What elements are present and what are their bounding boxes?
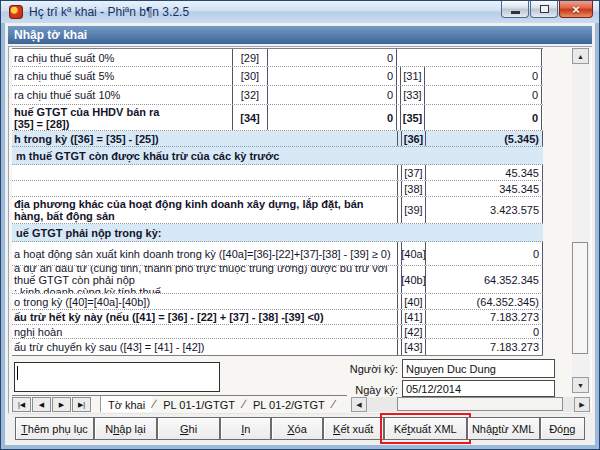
tab-pl-01-2-gtgt[interactable]: PL 01-2/GTGT	[246, 396, 332, 412]
row-value[interactable]: 0	[268, 86, 397, 104]
import-xml-button[interactable]: Nhập từ XML	[467, 417, 540, 440]
row-code	[400, 49, 425, 66]
table-row: ấu trừ hết kỳ này (nếu ([41] = [36] - [2…	[12, 310, 543, 325]
print-button[interactable]: In	[220, 417, 271, 440]
window-title: Hç trî kª khai - Phiªn b¶n 3.2.5	[29, 5, 189, 19]
row-label: o trong kỳ ([40]=[40a]-[40b])	[12, 294, 398, 309]
row-value[interactable]: 7.183.273	[426, 339, 543, 355]
maximize-button[interactable]	[530, 1, 558, 18]
scroll-right-button[interactable]: ▶	[574, 397, 590, 412]
row-code: [32]	[232, 86, 268, 104]
row-value[interactable]	[425, 49, 542, 66]
row-value[interactable]: 0	[426, 242, 543, 265]
row-code: [30]	[232, 67, 268, 85]
row-code: [39]	[401, 197, 426, 223]
row-label	[12, 165, 398, 180]
row-code: [40a]	[401, 242, 426, 265]
row-code: [40b]	[401, 266, 426, 293]
scroll-down-button[interactable]: ▼	[572, 377, 589, 393]
app-icon	[9, 5, 23, 19]
row-label: ấu trừ chuyển kỳ sau ([43] = [41] - [42]…	[12, 339, 398, 355]
save-button[interactable]: Ghi	[157, 417, 220, 440]
row-value[interactable]: 0	[268, 67, 397, 85]
table-row: [38]345.345	[12, 181, 543, 197]
row-code: [36]	[401, 131, 426, 146]
row-label: ra chịu thuế suất 10%	[12, 86, 232, 104]
row-code: [38]	[401, 181, 426, 196]
table-row: nghị hoàn[42]0	[12, 325, 543, 339]
row-value[interactable]: 0	[425, 105, 542, 130]
row-value[interactable]: 0	[426, 325, 543, 338]
tab-first-button[interactable]: |◀	[12, 397, 31, 412]
export-xml-button[interactable]: Kết xuất XML	[384, 417, 467, 440]
table-row: a hoạt động sản xuất kinh doanh trong kỳ…	[12, 242, 543, 266]
horizontal-scroll-track[interactable]	[367, 397, 574, 412]
table-row: [37]45.345	[12, 165, 543, 181]
row-code: [34]	[232, 105, 268, 130]
tab-prev-button[interactable]: ◀	[32, 397, 51, 412]
row-value[interactable]: 7.183.273	[426, 310, 543, 324]
row-value[interactable]: 64.352.345	[426, 266, 543, 293]
table-row: ra chịu thuế suất 5%[30]0[31]0	[12, 67, 543, 86]
row-value[interactable]: 3.423.575	[426, 197, 543, 223]
signer-input[interactable]	[402, 359, 555, 378]
row-label: h trong kỳ ([36] = [35] - [25])	[12, 131, 398, 146]
row-value[interactable]: 0	[425, 86, 542, 104]
row-code: [31]	[400, 67, 425, 85]
sheet-tab-strip: |◀ ◀ ▶ ▶| Tờ khai∕PL 01-1/GTGT∕PL 01-2/G…	[12, 395, 347, 412]
row-label: nghị hoàn	[12, 325, 398, 338]
row-label: ra chịu thuế suất 5%	[12, 67, 232, 85]
tab-last-button[interactable]: ▶|	[72, 397, 91, 412]
section-label: m thuế GTGT còn được khấu trừ của các kỳ…	[12, 147, 543, 164]
scroll-left-button[interactable]: ◀	[351, 397, 367, 412]
tab-separator: ∕	[332, 396, 336, 412]
row-value[interactable]: 45.345	[426, 165, 543, 180]
close-button-window[interactable]: ×	[559, 1, 593, 18]
section-row: uế GTGT phải nộp trong kỳ:	[12, 224, 543, 242]
vertical-scroll-track[interactable]	[572, 64, 589, 377]
section-row: m thuế GTGT còn được khấu trừ của các kỳ…	[12, 147, 543, 165]
section-label: uế GTGT phải nộp trong kỳ:	[12, 224, 543, 241]
add-appendix-button[interactable]: Thêm phụ lục	[15, 417, 94, 440]
export-button[interactable]: Kết xuất	[323, 417, 384, 440]
horizontal-scroll-thumb[interactable]	[397, 397, 563, 411]
row-code: [40]	[401, 294, 426, 309]
row-label: a dự án đầu tư (cùng tỉnh, thành phố trự…	[12, 266, 398, 293]
tab-pl-01-1-gtgt[interactable]: PL 01-1/GTGT	[156, 396, 242, 412]
comment-input[interactable]	[14, 362, 220, 392]
row-code: [37]	[401, 165, 426, 180]
table-row: h trong kỳ ([36] = [35] - [25])[36](5.34…	[12, 131, 543, 147]
delete-button[interactable]: Xóa	[271, 417, 322, 440]
scroll-up-button[interactable]: ▲	[572, 48, 589, 64]
table-row: o trong kỳ ([40]=[40a]-[40b])[40](64.352…	[12, 294, 543, 310]
row-label: ra chịu thuế suất 0%	[12, 49, 232, 66]
table-row: a dự án đầu tư (cùng tỉnh, thành phố trự…	[12, 266, 543, 294]
row-code: [35]	[400, 105, 425, 130]
table-row: ra chịu thuế suất 10%[32]0[33]0	[12, 86, 543, 105]
table-row: huế GTGT của HHDV bán ra [35] = [28])[34…	[12, 105, 543, 131]
horizontal-scrollbar[interactable]: ◀ ▶	[351, 397, 590, 412]
row-value[interactable]: (64.352.345)	[426, 294, 543, 309]
minimize-button[interactable]	[501, 1, 529, 18]
row-value[interactable]: 0	[268, 49, 397, 66]
row-label: a hoạt động sản xuất kinh doanh trong kỳ…	[12, 242, 398, 265]
title-bar[interactable]: Hç trî kª khai - Phiªn b¶n 3.2.5 ×	[1, 1, 599, 23]
vertical-scroll-thumb[interactable]	[572, 242, 588, 354]
declaration-table: ra chịu thuế suất 0%[29]0ra chịu thuế su…	[12, 48, 543, 356]
row-value[interactable]: 0	[425, 67, 542, 85]
tab-next-button[interactable]: ▶	[52, 397, 71, 412]
row-label: địa phương khác của hoạt động kinh doanh…	[12, 197, 398, 223]
tab-to-khai[interactable]: Tờ khai	[100, 396, 152, 412]
text-caret	[17, 366, 18, 380]
re-enter-button[interactable]: Nhập lại	[94, 417, 157, 440]
row-value[interactable]: (5.345)	[426, 131, 543, 146]
row-label: ấu trừ hết kỳ này (nếu ([41] = [36] - [2…	[12, 310, 398, 324]
row-value[interactable]: 0	[268, 105, 397, 130]
vertical-scrollbar[interactable]: ▲ ▼	[572, 48, 589, 393]
sign-date-input[interactable]	[402, 380, 555, 397]
close-icon: ×	[572, 3, 580, 16]
row-value[interactable]: 345.345	[426, 181, 543, 196]
close-button[interactable]: Đóng	[540, 417, 585, 440]
window-controls: ×	[500, 1, 593, 18]
table-row: địa phương khác của hoạt động kinh doanh…	[12, 197, 543, 224]
